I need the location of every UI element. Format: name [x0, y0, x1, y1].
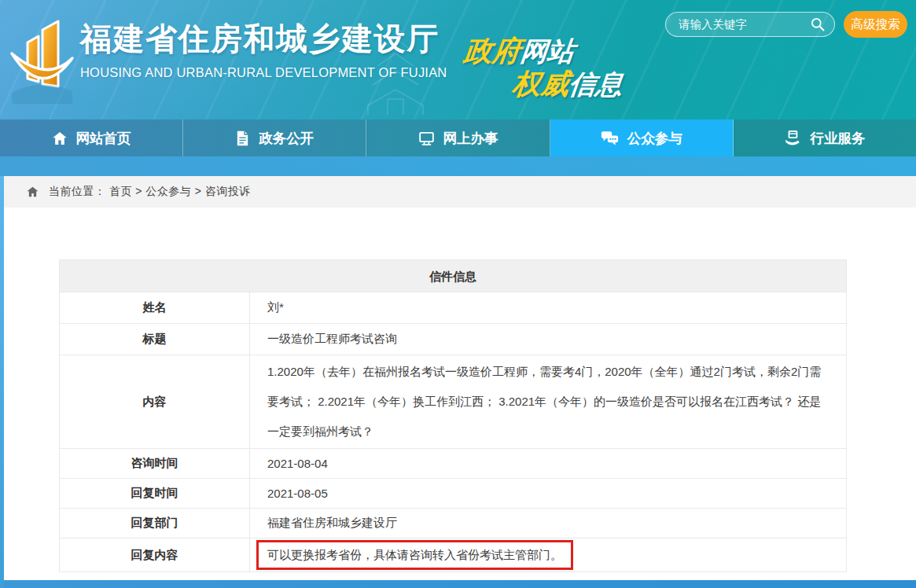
- table-row-title: 标题 一级造价工程师考试咨询: [59, 324, 847, 355]
- table-row-content: 内容 1.2020年（去年）在福州报名考试一级造价工程师，需要考4门，2020年…: [59, 355, 847, 449]
- breadcrumb: 当前位置： 首页 > 公众参与 > 咨询投诉: [4, 176, 916, 208]
- row-label: 回复内容: [60, 538, 250, 571]
- row-label: 内容: [60, 355, 250, 448]
- nav-item-gov-info[interactable]: 政务公开: [183, 119, 366, 156]
- search-icon[interactable]: [810, 17, 826, 32]
- slogan-line1-rest: 网站: [519, 36, 576, 66]
- row-value: 2021-08-05: [250, 479, 846, 508]
- table-row-name: 姓名 刘*: [59, 292, 847, 324]
- table-row-reply-content: 回复内容 可以更换报考省份，具体请咨询转入省份考试主管部门。: [59, 538, 847, 572]
- letter-info-table: 信件信息 姓名 刘* 标题 一级造价工程师考试咨询 内容 1.2020年（去年）…: [59, 259, 847, 572]
- site-header: 福建省住房和城乡建设厅 HOUSING AND URBAN-RURAL DEVE…: [0, 0, 916, 119]
- row-label: 回复时间: [60, 479, 250, 508]
- nav-bottom-strip: [0, 156, 916, 176]
- home-icon: [52, 130, 68, 146]
- nav-item-label: 网站首页: [76, 129, 131, 148]
- chat-bubbles-icon: [601, 130, 619, 146]
- table-row-inquiry-date: 咨询时间 2021-08-04: [59, 449, 847, 479]
- home-icon[interactable]: [26, 186, 39, 198]
- table-row-reply-date: 回复时间 2021-08-05: [59, 479, 847, 509]
- slogan-line2-accent: 权威: [511, 68, 571, 100]
- nav-item-label: 行业服务: [810, 129, 865, 148]
- advanced-search-button[interactable]: 高级搜索: [844, 11, 907, 38]
- monitor-icon: [418, 130, 435, 146]
- footer-strip: [0, 580, 916, 588]
- nav-item-label: 网上办事: [443, 129, 498, 148]
- main-content: 信件信息 姓名 刘* 标题 一级造价工程师考试咨询 内容 1.2020年（去年）…: [0, 208, 916, 580]
- row-value: 一级造价工程师考试咨询: [250, 324, 846, 355]
- nav-item-label: 政务公开: [259, 129, 314, 148]
- slogan-line2-rest: 信息: [568, 69, 624, 99]
- row-label: 姓名: [60, 292, 250, 323]
- slogan-line1-accent: 政府: [462, 35, 522, 67]
- row-value: 1.2020年（去年）在福州报名考试一级造价工程师，需要考4门，2020年（全年…: [250, 355, 846, 448]
- page: 福建省住房和城乡建设厅 HOUSING AND URBAN-RURAL DEVE…: [0, 0, 916, 588]
- row-value: 可以更换报考省份，具体请咨询转入省份考试主管部门。: [250, 538, 846, 571]
- row-label: 标题: [60, 324, 250, 355]
- nav-item-public-participation[interactable]: 公众参与: [550, 119, 734, 156]
- nav-item-home[interactable]: 网站首页: [0, 119, 183, 156]
- breadcrumb-text[interactable]: 当前位置： 首页 > 公众参与 > 咨询投诉: [49, 185, 251, 199]
- row-value: 2021-08-04: [250, 449, 846, 478]
- site-logo[interactable]: [6, 11, 77, 108]
- highlighted-reply-annotation: 可以更换报考省份，具体请咨询转入省份考试主管部门。: [256, 540, 573, 570]
- nav-item-online-services[interactable]: 网上办事: [366, 119, 550, 156]
- nav-item-industry-services[interactable]: 行业服务: [734, 119, 916, 156]
- row-value: 福建省住房和城乡建设厅: [250, 509, 846, 538]
- building-crescent-logo-icon: [6, 11, 77, 108]
- document-icon: [235, 130, 250, 146]
- row-value: 刘*: [250, 292, 846, 323]
- main-nav: 网站首页 政务公开 网上办事: [0, 119, 916, 156]
- hand-service-icon: [784, 130, 801, 146]
- page-left-edge-decoration: [0, 176, 4, 588]
- table-row-reply-department: 回复部门 福建省住房和城乡建设厅: [59, 509, 847, 538]
- pagoda-watermark-icon: [344, 20, 447, 116]
- search-box: [665, 12, 835, 37]
- nav-item-label: 公众参与: [627, 129, 682, 148]
- row-label: 回复部门: [60, 509, 250, 538]
- site-slogan: 政府网站 权威信息: [459, 36, 627, 99]
- table-title: 信件信息: [59, 259, 847, 292]
- row-label: 咨询时间: [60, 449, 250, 478]
